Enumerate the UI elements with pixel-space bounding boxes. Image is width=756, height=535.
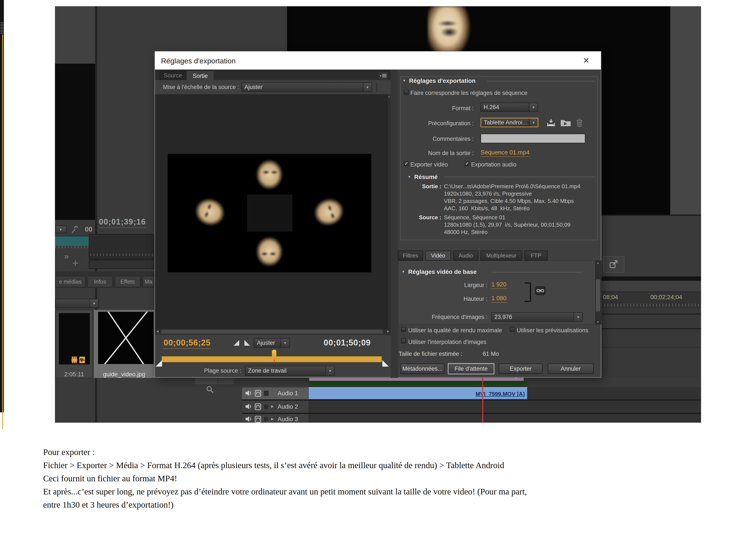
tab-infos[interactable]: Infos [87, 276, 113, 287]
export-video-checkbox[interactable]: ✓ [404, 161, 409, 166]
speaker-icon[interactable] [245, 403, 253, 410]
scroll-right-icon[interactable]: ▶ [387, 329, 390, 333]
mark-in-icon[interactable] [233, 340, 239, 346]
link-dimensions-button[interactable] [535, 286, 545, 295]
tab-multiplexeur[interactable]: Multiplexeur [480, 251, 522, 261]
mark-out-icon[interactable] [244, 340, 250, 346]
dialog-title: Réglages d'exportation [161, 57, 236, 65]
track-toggle-box[interactable] [263, 416, 269, 422]
tab-media-browser[interactable]: e médias [55, 276, 86, 287]
bin-view-dropdown[interactable]: ▼ [55, 299, 99, 308]
output-name-link[interactable]: Séquence 01.mp4 [481, 149, 529, 157]
filesize-value: 61 Mo [483, 351, 499, 357]
fit-dropdown[interactable]: Ajuster ▼ [254, 338, 290, 348]
audio-clip[interactable]: MVI_7599.MOV [A] [309, 387, 527, 399]
close-icon[interactable]: ✕ [583, 56, 590, 65]
view-tab-strip: Source Sortie ▾ [155, 70, 392, 80]
source-settings-dropdown[interactable]: ▼ [55, 226, 67, 233]
caption-line: Et après...c’est super long, ne prévoyez… [43, 485, 527, 498]
tab-marques[interactable]: Ma [143, 276, 154, 287]
hscroll-thumb[interactable] [161, 330, 383, 334]
preview-vscrollbar[interactable]: ▲ [387, 94, 391, 328]
range-dropdown[interactable]: Zone de travail ▼ [245, 366, 335, 376]
export-audio-checkbox[interactable]: ✓ [465, 161, 470, 166]
tab-video[interactable]: Vidéo [425, 251, 451, 261]
chevrons-more[interactable]: » [64, 252, 69, 261]
scroll-thumb[interactable] [596, 279, 600, 312]
height-label: Hauteur : [399, 296, 487, 302]
preset-dropdown[interactable]: Tablette Androi... ▼ [481, 118, 538, 127]
audio1-label[interactable]: Audio 1 [278, 390, 298, 397]
match-sequence-checkbox[interactable] [404, 90, 409, 95]
width-label: Largeur : [399, 282, 487, 289]
timeline-timecode[interactable]: 00;01;39;16 [99, 217, 146, 228]
expand-track-icon[interactable]: ▸ [271, 416, 274, 422]
panel-menu-icon[interactable]: ▾ [378, 71, 388, 80]
track-output-icon[interactable] [255, 390, 261, 397]
comments-input[interactable] [481, 134, 585, 143]
metadata-button[interactable]: Métadonnées... [400, 364, 445, 374]
chevron-down-icon: ▼ [326, 366, 334, 375]
expand-track-icon[interactable]: ▸ [271, 403, 274, 409]
add-track-plus[interactable]: + [72, 257, 78, 269]
export-frame-button[interactable] [603, 256, 624, 272]
height-value[interactable]: 1 080 [491, 295, 506, 303]
tab-ftp[interactable]: FTP [524, 251, 548, 261]
collapse-triangle-icon[interactable]: ▼ [403, 79, 406, 82]
audio2-label[interactable]: Audio 2 [278, 403, 298, 410]
collapse-triangle-icon[interactable]: ▼ [408, 175, 411, 179]
output-preview-area [155, 94, 387, 328]
summary-out-label: Sortie : [399, 183, 441, 190]
speaker-icon[interactable] [245, 415, 253, 423]
tab-effets[interactable]: Effets [115, 276, 140, 287]
format-dropdown[interactable]: H.264 ▼ [481, 103, 538, 112]
width-value[interactable]: 1 920 [491, 281, 506, 289]
pane-gutter[interactable] [391, 70, 398, 378]
tab-audio[interactable]: Audio [453, 251, 478, 261]
collapse-triangle-icon[interactable]: ▼ [402, 270, 405, 273]
track-output-icon[interactable] [255, 416, 261, 423]
bin-item-video[interactable]: 2:05:11 [55, 310, 93, 378]
tab-output[interactable]: Sortie [187, 71, 214, 81]
use-previews-checkbox[interactable] [510, 327, 515, 332]
trim-bar[interactable] [162, 356, 382, 362]
scale-dropdown[interactable]: Ajuster ▼ [241, 82, 372, 92]
settings-scrollbar[interactable]: ▲ ▼ [595, 261, 601, 324]
trim-start-handle[interactable] [156, 360, 162, 367]
trim-end-handle[interactable] [382, 360, 389, 367]
track-toggle-box[interactable] [263, 390, 269, 396]
track-output-icon[interactable] [255, 403, 261, 410]
import-preset-folder-icon[interactable] [560, 118, 571, 127]
export-button[interactable]: Exporter [499, 364, 543, 374]
delete-preset-trash-icon[interactable] [576, 118, 583, 127]
dialog-title-bar[interactable]: Réglages d'exportation ✕ [155, 51, 601, 70]
timeline-playhead-line[interactable] [482, 378, 483, 423]
left-edge-accent [2, 35, 3, 429]
max-quality-checkbox[interactable] [401, 327, 406, 332]
source-scrub-bar[interactable] [55, 236, 93, 246]
tab-source[interactable]: Source [160, 71, 186, 80]
magnifier-icon[interactable] [206, 385, 214, 393]
queue-button[interactable]: File d'attente [448, 363, 494, 374]
fps-dropdown[interactable]: 23,976 ▼ [491, 312, 583, 322]
speaker-icon[interactable] [245, 389, 253, 397]
cancel-button[interactable]: Annuler [548, 364, 594, 374]
timecode-in[interactable]: 00;00;56;25 [164, 338, 210, 349]
scroll-down-icon[interactable]: ▼ [597, 321, 599, 324]
scroll-up-icon[interactable]: ▲ [597, 261, 599, 265]
tab-filtres[interactable]: Filtres [398, 251, 423, 261]
audio3-label[interactable]: Audio 3 [278, 416, 298, 423]
track-toggle-box[interactable] [263, 404, 269, 410]
waveform-icon [79, 356, 85, 364]
video-clip-bar[interactable] [309, 378, 524, 381]
scroll-up-icon[interactable]: ▲ [388, 95, 390, 98]
bin-item-image-selected[interactable]: guide_video.jpg [94, 310, 155, 378]
save-preset-icon[interactable] [547, 118, 555, 127]
preview-hscrollbar[interactable]: ◀ ▶ [155, 328, 391, 335]
wrench-icon[interactable] [71, 226, 80, 234]
source-panel-top [55, 6, 95, 64]
scroll-left-icon[interactable]: ◀ [156, 329, 159, 333]
export-frame-icon [609, 259, 619, 269]
frame-interpolation-checkbox[interactable] [401, 339, 406, 343]
timeline-dark-band [601, 276, 701, 281]
